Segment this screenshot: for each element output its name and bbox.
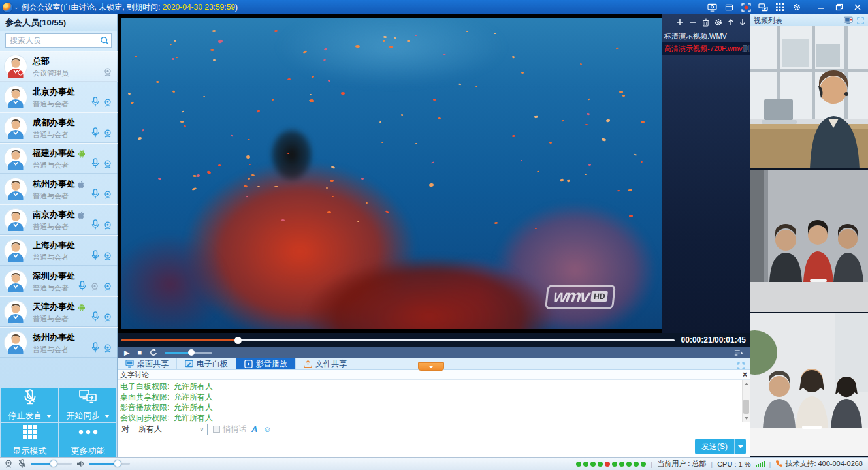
sidebar-button[interactable]: 停止发言 xyxy=(1,388,58,422)
record-icon[interactable] xyxy=(741,3,751,12)
scrollbar-thumb[interactable] xyxy=(743,400,749,414)
mic-icon[interactable] xyxy=(91,219,99,230)
remove-icon[interactable] xyxy=(689,18,697,26)
speaker-volume-slider[interactable] xyxy=(89,463,130,465)
speaker-icon[interactable] xyxy=(76,460,85,467)
status-dot-red xyxy=(605,462,610,467)
network-sync-icon[interactable] xyxy=(758,3,768,12)
participant-row[interactable]: 上海办事处 普通与会者 xyxy=(0,235,118,266)
send-button[interactable]: 发送(S) xyxy=(695,439,746,454)
camera-icon[interactable] xyxy=(103,252,112,260)
camera-icon[interactable] xyxy=(103,344,112,352)
webcam-icon[interactable] xyxy=(4,460,13,468)
mic-muted-icon[interactable] xyxy=(18,459,27,469)
search-icon[interactable] xyxy=(100,36,109,48)
tab-影音播放[interactable]: 影音播放 xyxy=(236,358,296,369)
camera-icon[interactable] xyxy=(103,99,112,107)
close-icon[interactable]: × xyxy=(743,370,747,380)
tab-电子白板[interactable]: 电子白板 xyxy=(177,358,236,369)
participant-row[interactable]: 杭州办事处 普通与会者 xyxy=(0,174,118,204)
mic-icon[interactable] xyxy=(91,189,99,199)
move-up-icon[interactable] xyxy=(728,18,734,26)
chevron-down-icon[interactable]: ⌄ xyxy=(14,4,19,10)
fish-dot xyxy=(415,143,417,144)
mic-icon[interactable] xyxy=(91,311,99,322)
camera-off-icon[interactable] xyxy=(103,68,112,76)
seek-thumb[interactable] xyxy=(234,337,242,344)
speaker-volume-thumb[interactable] xyxy=(114,460,121,467)
chat-scrollbar[interactable] xyxy=(742,380,750,422)
font-icon[interactable]: A xyxy=(251,424,257,434)
search-input[interactable] xyxy=(5,33,112,48)
expand-icon[interactable] xyxy=(857,17,864,24)
support-number: 技术支持: 400-004-0268 xyxy=(785,459,863,469)
fish-dot xyxy=(414,35,417,37)
display-grid-icon[interactable] xyxy=(775,3,785,12)
volume-thumb[interactable] xyxy=(188,349,195,356)
playlist-toggle-button[interactable] xyxy=(734,349,743,356)
participant-row[interactable]: 扬州办事处 普通与会者 xyxy=(0,327,118,358)
restore-icon[interactable] xyxy=(834,3,844,12)
app-logo-icon[interactable] xyxy=(3,3,12,12)
camera-icon[interactable] xyxy=(103,221,112,230)
playlist-item[interactable]: 标清演示视频.WMV xyxy=(662,30,750,42)
emoji-icon[interactable]: ☺ xyxy=(263,424,271,434)
participant-row[interactable]: 总部 会议管理员 xyxy=(0,51,118,82)
participant-row[interactable]: 成都办事处 普通与会者 xyxy=(0,112,118,143)
camera-icon[interactable] xyxy=(103,191,112,199)
fish-dot xyxy=(494,33,496,34)
delete-icon[interactable] xyxy=(702,18,709,27)
close-icon[interactable] xyxy=(852,3,863,12)
mic-icon[interactable] xyxy=(91,97,99,107)
window-mode-icon[interactable] xyxy=(724,3,734,12)
mic-volume-thumb[interactable] xyxy=(50,460,57,467)
minimize-icon[interactable] xyxy=(816,3,826,12)
player-volume-slider[interactable] xyxy=(165,352,212,354)
camera-icon[interactable] xyxy=(103,283,112,291)
mic-icon[interactable] xyxy=(91,158,99,168)
seek-bar[interactable] xyxy=(121,339,675,341)
message-input[interactable] xyxy=(118,436,750,457)
mic-icon[interactable] xyxy=(91,342,99,352)
remote-video-2[interactable] xyxy=(750,170,868,313)
playing-video[interactable]: wmv HD xyxy=(121,18,662,329)
video-monitor-icon[interactable] xyxy=(844,16,853,24)
mic-icon[interactable] xyxy=(91,127,99,138)
recipient-select[interactable]: 所有人 ∨ xyxy=(135,424,208,435)
participant-row[interactable]: 南京办事处 普通与会者 xyxy=(0,204,118,235)
mic-volume-slider[interactable] xyxy=(31,463,72,465)
participant-row[interactable]: 福建办事处 普通与会者 xyxy=(0,143,118,174)
participant-row[interactable]: 天津办事处 普通与会者 xyxy=(0,296,118,327)
chat-collapse-handle[interactable] xyxy=(418,362,444,371)
add-icon[interactable] xyxy=(676,18,684,26)
sidebar-button[interactable]: 显示模式 xyxy=(1,423,58,457)
remote-video-3[interactable] xyxy=(750,313,868,457)
participant-row[interactable]: 深圳办事处 普通与会者 xyxy=(0,266,118,296)
send-options-caret[interactable] xyxy=(734,439,746,454)
playlist-item-name: 高清演示视频-720P.wmv xyxy=(664,42,743,55)
camera-icon[interactable] xyxy=(103,129,112,138)
camera-icon[interactable] xyxy=(103,313,112,322)
mic-icon[interactable] xyxy=(91,250,99,260)
settings-icon[interactable] xyxy=(792,3,802,12)
move-down-icon[interactable] xyxy=(739,18,746,26)
stop-button[interactable]: ■ xyxy=(137,349,142,356)
loop-button[interactable] xyxy=(150,349,157,356)
whisper-checkbox[interactable] xyxy=(213,426,220,433)
sidebar-button[interactable]: 开始同步 xyxy=(59,388,116,422)
play-button[interactable]: ▶ xyxy=(124,349,129,356)
participant-row[interactable]: 北京办事处 普通与会者 xyxy=(0,82,118,112)
settings-icon[interactable] xyxy=(715,18,722,26)
mic-icon[interactable] xyxy=(78,281,86,291)
remote-video-1[interactable] xyxy=(750,26,868,170)
tab-文件共享[interactable]: 文件共享 xyxy=(296,358,355,369)
sidebar-button[interactable]: 更多功能 xyxy=(59,423,116,457)
participant-info: 南京办事处 普通与会者 xyxy=(33,208,85,234)
camera-icon[interactable] xyxy=(103,160,112,168)
status-dot-green xyxy=(619,462,624,467)
camera-off-icon[interactable] xyxy=(90,283,99,291)
tab-桌面共享[interactable]: 桌面共享 xyxy=(118,358,177,369)
screen-share-icon[interactable] xyxy=(707,3,717,12)
playlist-item[interactable]: 高清演示视频-720P.wmv 删除 xyxy=(662,42,750,55)
delete-item-button[interactable]: 删除 xyxy=(743,42,750,55)
